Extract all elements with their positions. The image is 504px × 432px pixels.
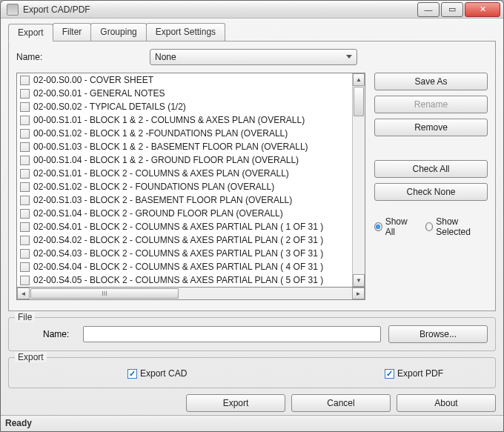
- checkbox-icon[interactable]: [20, 182, 30, 192]
- scroll-left-icon[interactable]: ◄: [17, 288, 30, 299]
- checkbox-icon[interactable]: [20, 142, 30, 152]
- save-as-button[interactable]: Save As: [374, 73, 488, 90]
- maximize-button[interactable]: ▭: [441, 2, 463, 17]
- list-item[interactable]: 00-00.S1.03 - BLOCK 1 & 2 - BASEMENT FLO…: [17, 140, 352, 153]
- list-item[interactable]: 02-00.S4.04 - BLOCK 2 - COLUMNS & AXES P…: [17, 260, 352, 273]
- name-label: Name:: [16, 52, 150, 62]
- scroll-right-icon[interactable]: ►: [352, 288, 365, 299]
- list-item-label: 02-00.S4.03 - BLOCK 2 - COLUMNS & AXES P…: [33, 248, 323, 259]
- list-item[interactable]: 02-00.S1.02 - BLOCK 2 - FOUNDATIONS PLAN…: [17, 180, 352, 193]
- vertical-scroll-thumb[interactable]: [354, 87, 364, 116]
- vertical-scrollbar[interactable]: ▲ ▼: [352, 73, 365, 287]
- list-item-label: 02-00.S1.04 - BLOCK 2 - GROUND FLOOR PLA…: [33, 208, 283, 219]
- file-group: File Name: Browse...: [8, 317, 496, 351]
- list-item-label: 02-00.S1.02 - BLOCK 2 - FOUNDATIONS PLAN…: [33, 182, 274, 192]
- list-item[interactable]: 02-00.S1.01 - BLOCK 2 - COLUMNS & AXES P…: [17, 167, 352, 180]
- scroll-up-icon[interactable]: ▲: [353, 73, 365, 86]
- checkbox-icon[interactable]: [20, 169, 30, 179]
- show-selected-radio[interactable]: Show Selected: [425, 216, 488, 237]
- list-item[interactable]: 00-00.S1.02 - BLOCK 1 & 2 -FOUNDATIONS P…: [17, 127, 352, 140]
- checkbox-icon[interactable]: [20, 89, 30, 99]
- checkbox-icon[interactable]: [20, 249, 30, 259]
- titlebar[interactable]: Export CAD/PDF — ▭ ✕: [1, 1, 503, 19]
- list-item[interactable]: 02-00.S4.02 - BLOCK 2 - COLUMNS & AXES P…: [17, 233, 352, 247]
- export-legend: Export: [15, 352, 47, 362]
- export-pdf-label: Export PDF: [397, 368, 443, 379]
- checkbox-icon[interactable]: [20, 76, 30, 85]
- list-item[interactable]: 02-00.S0.00 - COVER SHEET: [17, 73, 352, 87]
- checkbox-icon[interactable]: [20, 209, 30, 219]
- radio-icon: [425, 222, 434, 231]
- tab-pane-export: Name: None 02-00.S0.00 - COVER SHEET02-0…: [8, 41, 496, 311]
- list-item[interactable]: 02-00.S1.03 - BLOCK 2 - BASEMENT FLOOR P…: [17, 193, 352, 207]
- list-item[interactable]: 02-00.S4.01 - BLOCK 2 - COLUMNS & AXES P…: [17, 220, 352, 233]
- about-button[interactable]: About: [397, 394, 496, 412]
- show-selected-label: Show Selected: [436, 216, 488, 237]
- tab-grouping[interactable]: Grouping: [90, 23, 146, 41]
- check-all-button[interactable]: Check All: [374, 160, 488, 178]
- file-name-label: Name:: [16, 329, 83, 339]
- checkbox-icon[interactable]: [20, 276, 30, 285]
- close-button[interactable]: ✕: [465, 2, 500, 17]
- check-none-button[interactable]: Check None: [374, 183, 488, 201]
- checkbox-icon[interactable]: [20, 262, 30, 272]
- checkbox-icon[interactable]: [20, 129, 30, 139]
- list-item-label: 00-00.S1.03 - BLOCK 1 & 2 - BASEMENT FLO…: [33, 142, 308, 152]
- file-name-input[interactable]: [83, 326, 381, 342]
- checkbox-icon: ✓: [385, 369, 394, 379]
- list-item[interactable]: 02-00.S0.02 - TYPICAL DETAILS (1/2): [17, 100, 352, 113]
- cancel-button[interactable]: Cancel: [291, 394, 391, 412]
- list-item[interactable]: 02-00.S1.04 - BLOCK 2 - GROUND FLOOR PLA…: [17, 207, 352, 220]
- list-item-label: 00-00.S1.02 - BLOCK 1 & 2 -FOUNDATIONS P…: [33, 128, 288, 139]
- sheet-list[interactable]: 02-00.S0.00 - COVER SHEET02-00.S0.01 - G…: [16, 73, 365, 288]
- tab-export[interactable]: Export: [8, 24, 53, 41]
- remove-button[interactable]: Remove: [374, 119, 488, 136]
- window: Export CAD/PDF — ▭ ✕ Export Filter Group…: [0, 0, 504, 432]
- list-item[interactable]: 02-00.S4.05 - BLOCK 2 - COLUMNS & AXES P…: [17, 273, 352, 287]
- name-combobox[interactable]: None: [150, 49, 357, 65]
- scroll-down-icon[interactable]: ▼: [353, 274, 365, 287]
- radio-icon: [374, 222, 382, 231]
- checkbox-icon[interactable]: [20, 222, 30, 232]
- list-item-label: 02-00.S4.01 - BLOCK 2 - COLUMNS & AXES P…: [33, 222, 323, 232]
- list-item[interactable]: 00-00.S1.04 - BLOCK 1 & 2 - GROUND FLOOR…: [17, 153, 352, 167]
- export-pdf-checkbox[interactable]: ✓ Export PDF: [385, 368, 443, 379]
- list-item[interactable]: 02-00.S4.03 - BLOCK 2 - COLUMNS & AXES P…: [17, 247, 352, 260]
- list-item-label: 02-00.S4.02 - BLOCK 2 - COLUMNS & AXES P…: [33, 235, 323, 245]
- client-area: Export Filter Grouping Export Settings N…: [1, 19, 503, 415]
- list-item[interactable]: 02-00.S0.01 - GENERAL NOTES: [17, 87, 352, 100]
- side-button-panel: Save As Rename Remove Check All Check No…: [365, 73, 488, 300]
- file-legend: File: [15, 312, 35, 322]
- status-bar: Ready: [1, 415, 503, 431]
- horizontal-scrollbar[interactable]: ◄ III ►: [16, 288, 365, 300]
- export-cad-checkbox[interactable]: ✓ Export CAD: [127, 368, 187, 379]
- list-item-label: 02-00.S0.02 - TYPICAL DETAILS (1/2): [33, 102, 186, 112]
- tab-export-settings[interactable]: Export Settings: [146, 23, 225, 41]
- dialog-buttons: Export Cancel About: [8, 394, 496, 412]
- list-item-label: 02-00.S1.01 - BLOCK 2 - COLUMNS & AXES P…: [33, 168, 289, 179]
- horizontal-scroll-thumb[interactable]: III: [30, 288, 179, 299]
- rename-button[interactable]: Rename: [374, 96, 488, 113]
- show-all-label: Show All: [385, 216, 415, 237]
- list-item-label: 00-00.S1.04 - BLOCK 1 & 2 - GROUND FLOOR…: [33, 155, 299, 165]
- minimize-button[interactable]: —: [417, 2, 440, 17]
- checkbox-icon[interactable]: [20, 156, 30, 165]
- checkbox-icon: ✓: [127, 369, 137, 379]
- checkbox-icon[interactable]: [20, 236, 30, 245]
- list-item-label: 02-00.S0.00 - COVER SHEET: [33, 75, 153, 85]
- list-item[interactable]: 00-00.S1.01 - BLOCK 1 & 2 - COLUMNS & AX…: [17, 113, 352, 127]
- export-group: Export ✓ Export CAD ✓ Export PDF: [8, 357, 496, 388]
- checkbox-icon[interactable]: [20, 116, 30, 125]
- checkbox-icon[interactable]: [20, 196, 30, 205]
- app-icon: [7, 4, 19, 16]
- list-item-label: 02-00.S0.01 - GENERAL NOTES: [33, 88, 165, 99]
- tab-filter[interactable]: Filter: [53, 23, 92, 41]
- list-item-label: 02-00.S4.04 - BLOCK 2 - COLUMNS & AXES P…: [33, 262, 323, 272]
- list-item-label: 02-00.S4.05 - BLOCK 2 - COLUMNS & AXES P…: [33, 275, 323, 285]
- checkbox-icon[interactable]: [20, 102, 30, 112]
- window-title: Export CAD/PDF: [23, 4, 416, 15]
- chevron-down-icon: [346, 55, 352, 59]
- export-button[interactable]: Export: [186, 394, 285, 412]
- show-all-radio[interactable]: Show All: [374, 216, 415, 237]
- browse-button[interactable]: Browse...: [388, 325, 488, 343]
